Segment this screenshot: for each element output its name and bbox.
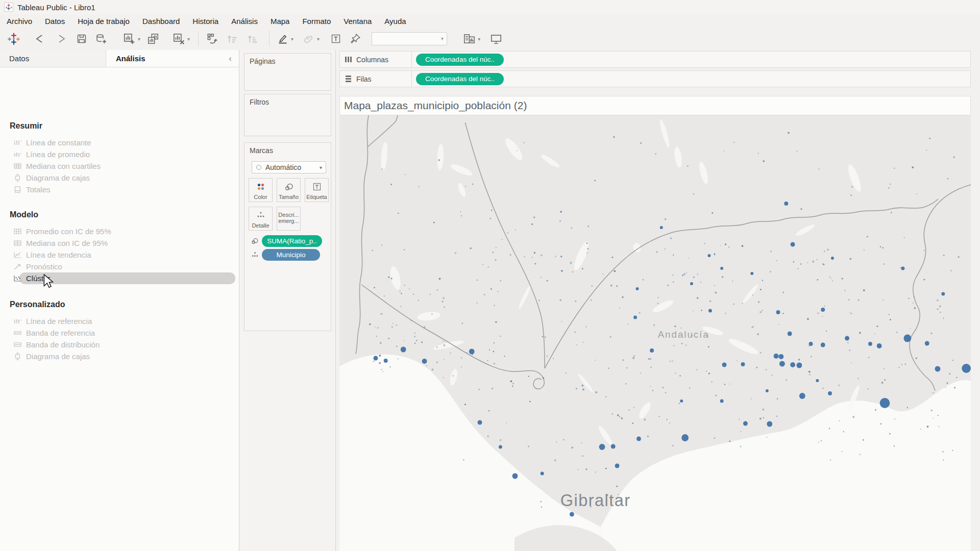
- menu-item-formato[interactable]: Formato: [302, 17, 331, 26]
- forecast-icon: [13, 262, 22, 271]
- rows-icon: [345, 75, 352, 83]
- clear-sheet-button[interactable]: [172, 32, 185, 45]
- trend-line-icon: [13, 251, 22, 259]
- tab-analisis[interactable]: Análisis: [106, 50, 222, 67]
- menu-item-historia[interactable]: Historia: [192, 17, 218, 26]
- presentation-mode-button[interactable]: [489, 32, 503, 45]
- analytics-item[interactable]: Línea de tendencia: [0, 249, 239, 261]
- detail-icon: [250, 251, 260, 259]
- rows-shelf[interactable]: Filas Coordenadas del núc..: [339, 70, 971, 87]
- duplicate-sheet-button[interactable]: [146, 32, 160, 45]
- menu-item-dashboard[interactable]: Dashboard: [142, 17, 180, 26]
- menu-item-datos[interactable]: Datos: [45, 17, 65, 26]
- fit-selector[interactable]: ▾: [372, 32, 447, 45]
- clear-sheet-caret[interactable]: ▾: [187, 36, 190, 42]
- measure-pill[interactable]: SUMA(Ratio_p..: [262, 235, 322, 247]
- menu-item-ayuda[interactable]: Ayuda: [384, 17, 406, 26]
- size-button[interactable]: Tamaño: [277, 178, 301, 202]
- detail-button[interactable]: Detalle: [249, 207, 273, 231]
- label-icon: [305, 182, 328, 191]
- menu-item-hoja-de-trabajo[interactable]: Hoja de trabajo: [78, 17, 130, 26]
- show-me-caret[interactable]: ▾: [478, 36, 480, 42]
- columns-shelf[interactable]: Columnas Coordenadas del núc..: [339, 51, 971, 68]
- new-worksheet-caret[interactable]: ▾: [138, 36, 140, 42]
- highlight-caret[interactable]: ▾: [291, 36, 293, 42]
- detail-pill-row: Municipio: [250, 249, 320, 261]
- analytics-item[interactable]: Diagrama de cajas: [0, 172, 239, 184]
- rows-pill[interactable]: Coordenadas del núc..: [416, 73, 504, 85]
- svg-text:Gibraltar: Gibraltar: [560, 491, 631, 510]
- analytics-item[interactable]: Pronóstico: [0, 261, 239, 272]
- box-plot-icon: [13, 173, 22, 182]
- sheet-title-bar: Mapa_plazas_municipio_población (2): [339, 96, 971, 115]
- analytics-item[interactable]: Banda de distribución: [0, 339, 239, 350]
- swap-rows-columns-button[interactable]: [206, 32, 219, 45]
- format-copy-caret[interactable]: ▾: [317, 36, 320, 42]
- sort-ascending-button[interactable]: [226, 32, 239, 45]
- mark-type-caret: ▾: [320, 165, 322, 170]
- size-pill-row: SUMA(Ratio_p..: [250, 235, 322, 247]
- tableau-logo-button[interactable]: [7, 32, 20, 45]
- analytics-item[interactable]: Promedio con IC de 95%: [0, 226, 239, 237]
- sheet-title: Mapa_plazas_municipio_población (2): [340, 99, 527, 112]
- redo-button[interactable]: [54, 33, 68, 45]
- new-data-source-button[interactable]: [95, 33, 107, 45]
- show-me-button[interactable]: [462, 32, 476, 45]
- constant-line-icon: [13, 138, 22, 147]
- map-canvas[interactable]: AndalucíaGibraltar: [339, 115, 971, 551]
- analytics-item[interactable]: Mediana con IC de 95%: [0, 237, 239, 249]
- format-copy-button[interactable]: [303, 33, 315, 45]
- mark-type-selector[interactable]: Automático ▾: [252, 161, 326, 173]
- label-button[interactable]: Etiqueta: [305, 178, 329, 202]
- pin-button[interactable]: [349, 33, 361, 45]
- menu-item-analisis[interactable]: Análisis: [231, 17, 258, 26]
- columns-pill[interactable]: Coordenadas del núc..: [416, 54, 504, 66]
- analytics-item[interactable]: Banda de referencia: [0, 327, 239, 339]
- shelf-divider: [411, 70, 412, 87]
- color-button[interactable]: Color: [249, 178, 273, 202]
- distribution-band-icon: [13, 340, 22, 349]
- analytics-item[interactable]: Totales: [0, 184, 239, 195]
- menu-item-mapa[interactable]: Mapa: [271, 17, 290, 26]
- map-view[interactable]: AndalucíaGibraltar: [339, 115, 971, 551]
- collapse-pane-icon[interactable]: ‹: [222, 54, 239, 64]
- toolbar-separator: [198, 31, 199, 46]
- dimension-pill[interactable]: Municipio: [262, 249, 320, 261]
- pages-shelf[interactable]: Páginas: [244, 53, 331, 91]
- save-button[interactable]: [76, 33, 88, 45]
- filters-shelf[interactable]: Filtros: [244, 94, 331, 136]
- mark-type-value: Automático: [265, 163, 301, 171]
- pages-shelf-title: Páginas: [244, 54, 331, 65]
- menu-bar: Archivo Datos Hoja de trabajo Dashboard …: [0, 14, 980, 28]
- analytics-item[interactable]: Línea de referencia: [0, 315, 239, 327]
- size-icon: [277, 182, 300, 192]
- circle-mark-icon: [256, 165, 261, 170]
- undo-button[interactable]: [33, 33, 47, 45]
- section-personalizado: Personalizado Línea de referencia Banda …: [0, 297, 239, 362]
- tooltip-button[interactable]: Descri... emerg...: [277, 207, 301, 231]
- highlight-button[interactable]: [277, 33, 289, 45]
- marks-card-title: Marcas: [244, 143, 331, 155]
- totals-icon: [13, 185, 22, 194]
- worksheet-area: Columnas Coordenadas del núc.. Filas Coo…: [336, 50, 980, 551]
- menu-item-ventana[interactable]: Ventana: [344, 17, 372, 26]
- svg-text:Andalucía: Andalucía: [658, 329, 709, 340]
- analytics-item[interactable]: Línea de promedio: [0, 148, 239, 160]
- reference-band-icon: [13, 329, 22, 337]
- analytics-item[interactable]: Mediana con cuartiles: [0, 160, 239, 172]
- analytics-item[interactable]: Diagrama de cajas: [0, 350, 239, 362]
- analytics-item-cluster[interactable]: Clúster: [0, 272, 239, 284]
- analytics-item[interactable]: Línea de constante: [0, 137, 239, 148]
- average-ci-icon: [13, 227, 22, 236]
- menu-item-archivo[interactable]: Archivo: [7, 17, 32, 26]
- new-worksheet-button[interactable]: [122, 32, 136, 45]
- sort-descending-button[interactable]: [247, 32, 260, 45]
- section-title: Personalizado: [0, 297, 239, 312]
- text-label-button[interactable]: [330, 33, 342, 45]
- tab-datos[interactable]: Datos: [0, 50, 106, 67]
- median-ci-icon: [13, 239, 22, 247]
- fit-selector-caret[interactable]: ▾: [441, 36, 444, 41]
- marks-card: Marcas Automático ▾ Color Tamaño: [244, 142, 331, 331]
- box-plot-icon: [13, 352, 22, 361]
- size-icon: [250, 237, 260, 246]
